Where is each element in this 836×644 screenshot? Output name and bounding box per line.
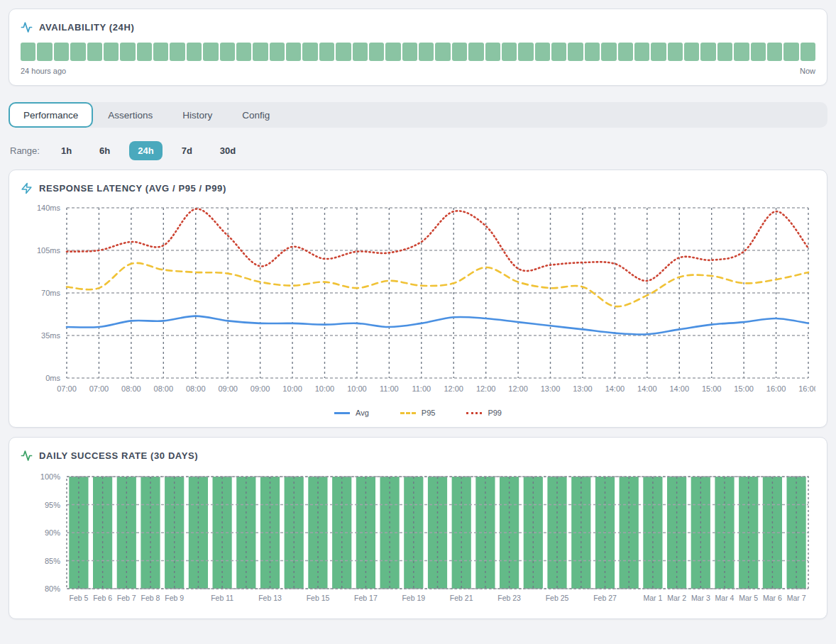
- availability-segment: [634, 43, 649, 61]
- availability-segment: [751, 43, 766, 61]
- svg-text:Feb 9: Feb 9: [165, 594, 184, 602]
- availability-segment: [717, 43, 732, 61]
- availability-header: AVAILABILITY (24H): [21, 19, 815, 35]
- availability-segment: [535, 43, 550, 61]
- svg-text:Feb 15: Feb 15: [307, 594, 330, 602]
- availability-footer: 24 hours ago Now: [21, 67, 815, 75]
- availability-segment: [551, 43, 566, 61]
- svg-text:14:00: 14:00: [669, 384, 689, 393]
- range-option-1h[interactable]: 1h: [53, 141, 80, 160]
- tab-performance[interactable]: Performance: [9, 102, 93, 128]
- legend-item-p99: P99: [466, 409, 502, 417]
- availability-segment: [70, 43, 85, 61]
- svg-text:07:00: 07:00: [57, 384, 77, 393]
- availability-segment: [700, 43, 715, 61]
- availability-segment: [452, 43, 467, 61]
- svg-text:35ms: 35ms: [41, 331, 60, 340]
- svg-text:95%: 95%: [45, 501, 60, 509]
- svg-text:Feb 25: Feb 25: [546, 594, 569, 602]
- svg-text:10:00: 10:00: [347, 384, 367, 393]
- availability-segment: [203, 43, 218, 61]
- availability-segment: [385, 43, 400, 61]
- availability-segment: [783, 43, 798, 61]
- legend-label-p95: P95: [422, 409, 436, 417]
- availability-strip: [21, 43, 815, 61]
- svg-text:140ms: 140ms: [37, 204, 61, 212]
- svg-text:80%: 80%: [45, 584, 60, 593]
- svg-text:09:00: 09:00: [218, 384, 238, 393]
- availability-segment: [236, 43, 251, 61]
- availability-segment: [336, 43, 351, 61]
- availability-segment: [319, 43, 334, 61]
- pulse-icon: [21, 450, 33, 462]
- availability-segment: [618, 43, 633, 61]
- svg-text:85%: 85%: [45, 557, 60, 565]
- svg-text:14:00: 14:00: [637, 384, 657, 393]
- tab-assertions[interactable]: Assertions: [93, 102, 167, 128]
- availability-segment: [435, 43, 450, 61]
- success-chart-svg: Feb 5Feb 6Feb 7Feb 8Feb 9Feb 11Feb 13Feb…: [21, 467, 815, 609]
- svg-text:15:00: 15:00: [734, 384, 754, 393]
- tab-history[interactable]: History: [167, 102, 227, 128]
- availability-segment: [54, 43, 69, 61]
- svg-text:14:00: 14:00: [605, 384, 625, 393]
- range-option-7d[interactable]: 7d: [173, 141, 201, 160]
- svg-text:Feb 5: Feb 5: [69, 594, 88, 602]
- availability-segment: [137, 43, 152, 61]
- availability-segment: [419, 43, 434, 61]
- activity-icon: [21, 21, 33, 33]
- success-title: DAILY SUCCESS RATE (30 DAYS): [39, 450, 198, 461]
- availability-segment: [585, 43, 600, 61]
- availability-segment: [568, 43, 583, 61]
- availability-segment: [502, 43, 517, 61]
- svg-text:13:00: 13:00: [541, 384, 561, 393]
- svg-text:90%: 90%: [45, 528, 60, 537]
- legend-item-p95: P95: [400, 409, 436, 417]
- range-option-6h[interactable]: 6h: [91, 141, 119, 160]
- availability-segment: [187, 43, 202, 61]
- availability-title: AVAILABILITY (24H): [39, 22, 134, 33]
- availability-segment: [253, 43, 268, 61]
- svg-text:16:00: 16:00: [798, 384, 815, 393]
- availability-segment: [286, 43, 301, 61]
- latency-legend: Avg P95 P99: [21, 409, 815, 417]
- svg-text:100%: 100%: [40, 472, 60, 481]
- availability-segment: [801, 43, 815, 61]
- tab-config[interactable]: Config: [227, 102, 285, 128]
- svg-text:15:00: 15:00: [702, 384, 722, 393]
- availability-segment: [120, 43, 135, 61]
- legend-swatch-p95: [400, 412, 416, 414]
- availability-segment: [153, 43, 168, 61]
- svg-text:Feb 11: Feb 11: [211, 594, 233, 602]
- svg-text:Mar 2: Mar 2: [667, 594, 686, 602]
- svg-text:105ms: 105ms: [37, 246, 61, 255]
- svg-text:07:00: 07:00: [89, 384, 109, 393]
- svg-text:Mar 6: Mar 6: [763, 594, 782, 602]
- legend-swatch-avg: [334, 412, 350, 414]
- svg-text:12:00: 12:00: [508, 384, 528, 393]
- availability-card: AVAILABILITY (24H) 24 hours ago Now: [9, 9, 827, 86]
- availability-segment: [684, 43, 699, 61]
- range-bar: Range: 1h 6h 24h 7d 30d: [9, 140, 827, 161]
- availability-segment: [270, 43, 285, 61]
- availability-segment: [767, 43, 782, 61]
- availability-segment: [518, 43, 533, 61]
- svg-text:08:00: 08:00: [186, 384, 206, 393]
- range-option-30d[interactable]: 30d: [211, 141, 244, 160]
- svg-text:Feb 6: Feb 6: [93, 594, 112, 602]
- success-card: DAILY SUCCESS RATE (30 DAYS) Feb 5Feb 6F…: [9, 437, 827, 619]
- svg-text:11:00: 11:00: [412, 384, 431, 393]
- legend-label-avg: Avg: [356, 409, 369, 417]
- svg-text:Feb 27: Feb 27: [593, 594, 617, 602]
- svg-text:Feb 23: Feb 23: [497, 594, 521, 602]
- availability-segment: [87, 43, 102, 61]
- svg-text:Mar 5: Mar 5: [739, 594, 758, 602]
- zap-icon: [21, 182, 33, 194]
- availability-segment: [302, 43, 317, 61]
- availability-end-label: Now: [800, 67, 815, 75]
- svg-text:10:00: 10:00: [315, 384, 335, 393]
- range-option-24h[interactable]: 24h: [129, 141, 162, 160]
- svg-text:09:00: 09:00: [251, 384, 270, 393]
- availability-start-label: 24 hours ago: [21, 67, 66, 75]
- availability-segment: [37, 43, 52, 61]
